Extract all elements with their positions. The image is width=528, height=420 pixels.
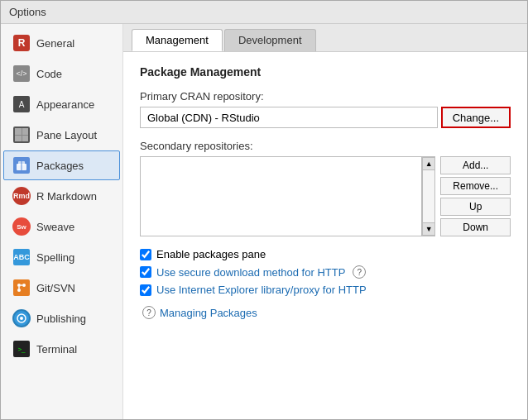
ie-library-label: Use Internet Explorer library/proxy for … xyxy=(156,284,367,296)
checkbox-ie-library: Use Internet Explorer library/proxy for … xyxy=(140,284,511,296)
secure-download-label: Use secure download method for HTTP xyxy=(156,266,345,279)
section-title: Package Management xyxy=(140,65,511,79)
sidebar-item-code[interactable]: </> Code xyxy=(3,59,120,88)
up-button[interactable]: Up xyxy=(440,198,511,216)
svg-point-9 xyxy=(20,317,23,320)
checkboxes-group: Enable packages pane Use secure download… xyxy=(140,248,511,296)
enable-packages-checkbox[interactable] xyxy=(140,249,151,260)
scroll-up-btn[interactable]: ▲ xyxy=(422,157,435,170)
managing-help-icon[interactable]: ? xyxy=(142,306,156,319)
svg-point-3 xyxy=(17,289,21,292)
main-panel: Management Development Package Managemen… xyxy=(123,24,527,419)
sidebar-label-code: Code xyxy=(36,68,62,80)
git-icon xyxy=(12,279,31,297)
down-button[interactable]: Down xyxy=(440,218,511,236)
sidebar: R General </> Code A Appearance xyxy=(1,24,123,419)
secure-download-checkbox[interactable] xyxy=(140,266,151,278)
pane-layout-icon xyxy=(12,126,31,144)
primary-repo-input[interactable] xyxy=(140,107,438,128)
svg-point-4 xyxy=(22,284,26,287)
sidebar-item-pane-layout[interactable]: Pane Layout xyxy=(3,120,120,150)
sidebar-label-sweave: Sweave xyxy=(36,221,74,233)
enable-packages-label: Enable packages pane xyxy=(156,248,266,260)
sidebar-item-sweave[interactable]: Sw Sweave xyxy=(3,212,120,241)
appearance-icon: A xyxy=(12,95,31,113)
change-button[interactable]: Change... xyxy=(441,107,511,128)
tab-development[interactable]: Development xyxy=(224,29,316,51)
publishing-icon xyxy=(12,309,31,327)
code-icon: </> xyxy=(12,64,31,83)
sidebar-label-spelling: Spelling xyxy=(36,251,74,264)
sidebar-label-packages: Packages xyxy=(36,160,84,172)
scroll-down-btn[interactable]: ▼ xyxy=(422,222,435,236)
sidebar-item-publishing[interactable]: Publishing xyxy=(3,303,120,333)
sidebar-item-packages[interactable]: Packages xyxy=(3,150,120,180)
secure-download-help-icon[interactable]: ? xyxy=(353,265,366,279)
sidebar-item-r-markdown[interactable]: Rmd R Markdown xyxy=(3,181,120,211)
sidebar-item-git-svn[interactable]: Git/SVN xyxy=(3,273,120,303)
sidebar-label-publishing: Publishing xyxy=(36,313,86,325)
sidebar-label-appearance: Appearance xyxy=(36,98,94,111)
secondary-repo-list[interactable] xyxy=(141,157,421,231)
secondary-repos-label: Secondary repositories: xyxy=(140,140,511,152)
ie-library-checkbox[interactable] xyxy=(140,284,151,296)
managing-link-text[interactable]: Managing Packages xyxy=(160,307,257,319)
sidebar-item-appearance[interactable]: A Appearance xyxy=(3,89,120,119)
r-icon: R xyxy=(12,34,31,52)
checkbox-enable-packages: Enable packages pane xyxy=(140,248,511,260)
sidebar-label-git-svn: Git/SVN xyxy=(36,282,75,294)
sidebar-label-pane-layout: Pane Layout xyxy=(36,129,97,141)
scrollbar[interactable]: ▲ ▼ xyxy=(421,157,434,236)
sidebar-item-spelling[interactable]: ABC Spelling xyxy=(3,242,120,272)
svg-point-5 xyxy=(17,284,21,287)
sweave-icon: Sw xyxy=(12,217,31,236)
rmd-icon: Rmd xyxy=(12,187,31,205)
sidebar-item-general[interactable]: R General xyxy=(3,28,120,58)
secondary-buttons: Add... Remove... Up Down xyxy=(440,156,511,236)
checkbox-secure-download: Use secure download method for HTTP ? xyxy=(140,265,511,279)
sidebar-label-general: General xyxy=(36,37,74,50)
add-button[interactable]: Add... xyxy=(440,156,511,174)
packages-icon xyxy=(12,156,31,174)
content-area: R General </> Code A Appearance xyxy=(1,24,527,419)
sidebar-label-r-markdown: R Markdown xyxy=(36,190,97,203)
tabs-bar: Management Development xyxy=(123,24,527,52)
scroll-track xyxy=(422,170,434,222)
tab-management[interactable]: Management xyxy=(132,29,223,51)
primary-repo-row: Change... xyxy=(140,107,511,128)
primary-repo-label: Primary CRAN repository: xyxy=(140,90,511,103)
panel-content: Package Management Primary CRAN reposito… xyxy=(123,52,527,419)
managing-packages-row[interactable]: ? Managing Packages xyxy=(140,306,511,319)
spelling-icon: ABC xyxy=(12,248,31,266)
options-window: Options R General </> Code A Appearanc xyxy=(0,0,528,420)
sidebar-label-terminal: Terminal xyxy=(36,343,77,356)
sidebar-item-terminal[interactable]: >_ Terminal xyxy=(3,334,120,364)
window-title: Options xyxy=(9,6,46,18)
title-bar: Options xyxy=(1,1,527,24)
remove-button[interactable]: Remove... xyxy=(440,177,511,195)
terminal-icon: >_ xyxy=(12,340,31,358)
secondary-repo-row: ▲ ▼ Add... Remove... Up Down xyxy=(140,156,511,236)
